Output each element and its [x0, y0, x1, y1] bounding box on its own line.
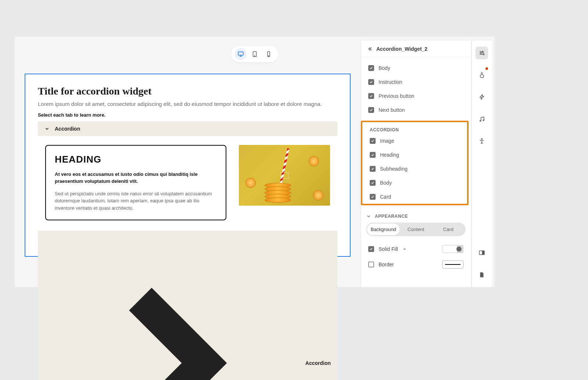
accordion-element-subheading[interactable]: Subheading: [362, 162, 467, 176]
accordion-body-label: Body: [380, 180, 392, 186]
accordion-body-text: Sed ut perspiciatis unde omnis iste natu…: [55, 190, 217, 212]
checkbox-checked-icon[interactable]: [370, 166, 376, 172]
solid-fill-label: Solid Fill: [379, 246, 398, 252]
checkbox-checked-icon[interactable]: [368, 107, 374, 113]
accordion-open-label: Accordion: [55, 126, 80, 132]
music-icon: [478, 116, 485, 122]
device-toggle: [231, 46, 278, 62]
checkbox-checked-icon[interactable]: [370, 152, 376, 158]
svg-rect-0: [238, 52, 243, 55]
svg-point-4: [268, 56, 269, 56]
collapse-left-icon: [367, 46, 373, 52]
device-desktop-button[interactable]: [235, 48, 247, 60]
accordion-element-image[interactable]: Image: [362, 134, 467, 148]
border-row[interactable]: Border: [361, 257, 471, 272]
checkbox-checked-icon[interactable]: [368, 65, 374, 71]
widget-instruction: Select each tab to learn more.: [38, 112, 337, 118]
svg-point-10: [481, 139, 483, 140]
accessibility-icon: [478, 138, 485, 145]
right-toolbar: [472, 41, 492, 287]
svg-point-7: [483, 54, 484, 55]
tab-content[interactable]: Content: [399, 224, 432, 235]
checkbox-checked-icon[interactable]: [370, 138, 376, 144]
widget-canvas[interactable]: Title for accordion widget Lorem ipsum d…: [25, 74, 351, 257]
tab-card[interactable]: Card: [432, 224, 465, 235]
accordion-collapsed-label: Accordion: [305, 360, 331, 366]
tap-icon: [478, 72, 485, 78]
chevron-down-icon[interactable]: [402, 247, 407, 251]
svg-point-8: [480, 120, 481, 121]
checkbox-checked-icon[interactable]: [370, 180, 376, 186]
split-icon: [478, 249, 485, 256]
checkbox-checked-icon[interactable]: [370, 194, 376, 200]
widget-description: Lorem ipsum dolor sit amet, consectetur …: [38, 101, 337, 107]
accessibility-button[interactable]: [476, 135, 488, 148]
file-button[interactable]: [476, 269, 488, 281]
elements-list: Body Instruction Previous button Next bu…: [361, 57, 471, 119]
accordion-element-body[interactable]: Body: [362, 176, 467, 190]
svg-point-5: [482, 51, 483, 52]
properties-panel: Accordion_Widget_2 Body Instruction Prev…: [361, 41, 471, 287]
accordion-element-heading[interactable]: Heading: [362, 148, 467, 162]
tablet-icon: [251, 51, 258, 57]
chevron-down-icon: [366, 214, 371, 219]
element-body-label: Body: [379, 65, 390, 71]
svg-point-9: [483, 120, 484, 121]
svg-point-2: [254, 56, 255, 56]
accordion-heading-label: Heading: [380, 152, 399, 158]
bolt-icon: [478, 94, 485, 100]
panel-header[interactable]: Accordion_Widget_2: [361, 41, 471, 57]
accordion-header-collapsed[interactable]: Accordion: [38, 231, 337, 380]
element-next-label: Next button: [379, 107, 405, 113]
sliders-icon: [478, 50, 485, 56]
interactions-button[interactable]: [476, 69, 488, 81]
accordion-card-label: Card: [380, 194, 391, 200]
image-handle-icon: [280, 172, 288, 179]
tab-background[interactable]: Background: [367, 224, 399, 235]
accordion-header-open[interactable]: Accordion: [38, 121, 337, 136]
accordion-body: HEADING At vero eos et accusamus et iust…: [38, 136, 337, 228]
device-tablet-button[interactable]: [249, 48, 261, 60]
device-mobile-button[interactable]: [263, 48, 275, 60]
settings-button[interactable]: [476, 47, 488, 59]
border-style-swatch[interactable]: [442, 260, 463, 269]
accordion-section-label: ACCORDION: [362, 122, 467, 134]
svg-point-6: [480, 53, 481, 54]
svg-rect-12: [483, 251, 484, 255]
accordion-card[interactable]: HEADING At vero eos et accusamus et iust…: [45, 145, 226, 220]
panel-title: Accordion_Widget_2: [376, 46, 427, 52]
checkbox-checked-icon[interactable]: [368, 79, 374, 85]
animations-button[interactable]: [476, 91, 488, 103]
split-view-button[interactable]: [476, 246, 488, 259]
appearance-header[interactable]: APPEARANCE: [361, 209, 471, 223]
element-previous-button[interactable]: Previous button: [361, 89, 471, 103]
accordion-image[interactable]: [239, 145, 330, 206]
notification-badge-icon: [485, 67, 488, 70]
accordion-subheading-label: Subheading: [380, 166, 408, 172]
border-label: Border: [379, 262, 394, 267]
element-previous-label: Previous button: [379, 93, 414, 99]
file-icon: [478, 271, 485, 278]
editor-stage: Title for accordion widget Lorem ipsum d…: [15, 37, 494, 287]
appearance-tabs: Background Content Card: [366, 223, 466, 236]
widget-title: Title for accordion widget: [38, 85, 337, 97]
element-body[interactable]: Body: [361, 61, 471, 75]
element-next-button[interactable]: Next button: [361, 103, 471, 117]
accordion-element-card[interactable]: Card: [362, 190, 467, 204]
accordion-elements-highlight: ACCORDION Image Heading Subheading Body …: [361, 121, 469, 205]
element-instruction[interactable]: Instruction: [361, 75, 471, 89]
solid-fill-row[interactable]: Solid Fill: [361, 241, 471, 257]
desktop-icon: [237, 51, 244, 57]
appearance-section: APPEARANCE Background Content Card Solid…: [361, 207, 471, 272]
appearance-label: APPEARANCE: [375, 214, 408, 219]
accordion-heading: HEADING: [55, 154, 217, 165]
checkbox-unchecked-icon[interactable]: [368, 262, 374, 267]
audio-button[interactable]: [476, 113, 488, 125]
mobile-icon: [265, 51, 272, 57]
accordion-subheading: At vero eos et accusamus et iusto odio c…: [55, 171, 217, 185]
chevron-right-icon: [44, 235, 300, 380]
accordion-image-label: Image: [380, 138, 394, 144]
checkbox-checked-icon[interactable]: [368, 93, 374, 99]
checkbox-checked-icon[interactable]: [368, 246, 374, 252]
fill-color-swatch[interactable]: [442, 245, 463, 253]
